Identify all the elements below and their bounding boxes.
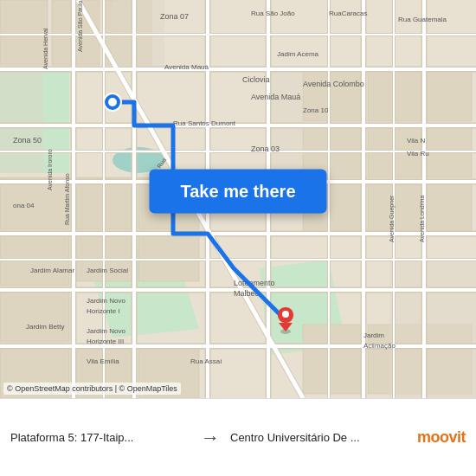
svg-rect-22 xyxy=(0,69,43,173)
svg-text:Jardim Novo: Jardim Novo xyxy=(87,297,125,305)
map-attribution: © OpenStreetMap contributors | © OpenMap… xyxy=(3,383,181,395)
svg-text:RuaCaracas: RuaCaracas xyxy=(329,10,367,17)
svg-text:Avenida Londrina: Avenida Londrina xyxy=(419,196,425,242)
svg-rect-25 xyxy=(389,260,476,398)
origin-marker-inner xyxy=(108,98,117,106)
svg-text:Vila Ru: Vila Ru xyxy=(407,150,429,158)
svg-text:Horizonte I: Horizonte I xyxy=(87,307,120,315)
svg-text:Vila N: Vila N xyxy=(407,137,425,145)
svg-rect-4 xyxy=(0,177,69,229)
svg-text:Avenida Herval: Avenida Herval xyxy=(42,28,48,69)
destination-label: Centro Universitário De ... xyxy=(230,431,410,444)
svg-text:Rua Assaí: Rua Assaí xyxy=(190,357,222,365)
svg-text:Avenida Irororo: Avenida Irororo xyxy=(47,149,53,190)
svg-text:ona 04: ona 04 xyxy=(13,202,35,209)
svg-text:Zona 50: Zona 50 xyxy=(13,136,42,145)
footer-bar: Plataforma 5: 177-Itaip... → Centro Univ… xyxy=(0,398,476,476)
svg-text:Avenida Mauá: Avenida Mauá xyxy=(251,93,300,101)
svg-rect-1 xyxy=(0,0,48,65)
svg-text:Jardim Betty: Jardim Betty xyxy=(26,323,64,331)
svg-text:Jardim Social: Jardim Social xyxy=(87,267,128,274)
svg-point-102 xyxy=(282,311,289,318)
svg-rect-20 xyxy=(303,325,363,394)
svg-text:Aclimação: Aclimação xyxy=(363,342,396,350)
svg-text:Avenida Guepner: Avenida Guepner xyxy=(389,195,396,242)
origin-label: Plataforma 5: 177-Itaip... xyxy=(10,431,190,444)
take-me-there-button[interactable]: Take me there xyxy=(149,169,326,213)
svg-text:Jardim: Jardim xyxy=(363,331,384,339)
svg-text:Vila Emília: Vila Emília xyxy=(87,357,119,365)
svg-text:Zona 03: Zona 03 xyxy=(251,145,280,153)
route-arrow-icon: → xyxy=(190,427,230,449)
svg-text:Zona 07: Zona 07 xyxy=(160,12,189,21)
svg-text:Rua Martim Afonso: Rua Martim Afonso xyxy=(64,173,70,225)
svg-text:Avenida São Paulo: Avenida São Paulo xyxy=(77,0,83,52)
svg-text:Jardim Novo: Jardim Novo xyxy=(87,327,125,335)
svg-text:Rua Santos Dumont: Rua Santos Dumont xyxy=(173,119,236,127)
svg-text:Ciclovia: Ciclovia xyxy=(242,75,270,84)
svg-text:Jardim Alamar: Jardim Alamar xyxy=(30,267,74,274)
svg-text:Rua São João: Rua São João xyxy=(251,10,295,17)
svg-text:Rua Guatemala: Rua Guatemala xyxy=(398,16,447,23)
svg-text:Jadim Acema: Jadim Acema xyxy=(277,50,319,58)
svg-rect-24 xyxy=(268,69,303,173)
svg-text:Avenida Colombo: Avenida Colombo xyxy=(303,80,364,88)
svg-rect-11 xyxy=(138,234,199,281)
svg-text:Horizonte III: Horizonte III xyxy=(87,338,124,345)
svg-rect-6 xyxy=(0,290,69,342)
map-container: Zona 07 Rua São João RuaCaracas Rua Guat… xyxy=(0,0,476,398)
svg-rect-15 xyxy=(368,69,472,121)
moovit-logo-text: moovit xyxy=(417,428,466,447)
svg-text:Zona 10: Zona 10 xyxy=(303,106,329,114)
moovit-logo: moovit xyxy=(417,428,466,447)
svg-text:Avenida Mauá: Avenida Mauá xyxy=(164,63,209,71)
